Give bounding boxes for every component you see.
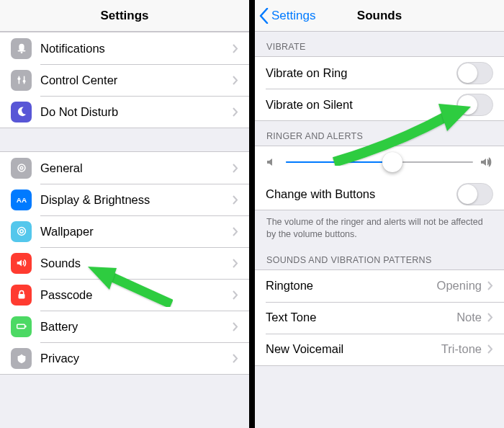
row-label: Sounds bbox=[40, 257, 233, 270]
svg-point-11 bbox=[19, 230, 23, 233]
section-header-vibrate: VIBRATE bbox=[255, 32, 504, 56]
volume-slider[interactable] bbox=[286, 152, 473, 172]
page-title: Settings bbox=[100, 9, 148, 23]
svg-text:AA: AA bbox=[16, 196, 26, 204]
chevron-right-icon bbox=[233, 44, 238, 53]
svg-rect-13 bbox=[17, 324, 24, 328]
toggle-vibrate-on-ring[interactable] bbox=[456, 62, 493, 84]
lock-icon bbox=[11, 285, 32, 306]
settings-row-notifications[interactable]: Notifications bbox=[0, 32, 249, 64]
svg-rect-12 bbox=[18, 294, 24, 298]
row-label: Display & Brightness bbox=[40, 193, 233, 207]
row-label: Wallpaper bbox=[40, 225, 233, 238]
wallpaper-icon bbox=[11, 221, 32, 242]
sounds-icon bbox=[11, 253, 32, 274]
svg-rect-14 bbox=[24, 326, 26, 328]
svg-point-4 bbox=[17, 77, 20, 80]
svg-point-2 bbox=[20, 52, 22, 54]
patterns-group: Ringtone Opening Text Tone Note New Voic… bbox=[255, 269, 504, 366]
chevron-right-icon bbox=[233, 259, 238, 268]
toggle-vibrate-on-silent[interactable] bbox=[456, 94, 493, 116]
row-volume-slider[interactable] bbox=[255, 146, 504, 178]
chevron-right-icon bbox=[233, 107, 238, 117]
svg-point-7 bbox=[18, 164, 25, 171]
vibrate-group: Vibrate on Ring Vibrate on Silent bbox=[255, 56, 504, 121]
chevron-right-icon bbox=[233, 164, 238, 173]
control-center-icon bbox=[11, 70, 32, 91]
row-change-with-buttons[interactable]: Change with Buttons bbox=[255, 178, 504, 210]
svg-point-10 bbox=[17, 228, 25, 236]
section-header-ringer: RINGER AND ALERTS bbox=[255, 121, 504, 146]
row-label: Change with Buttons bbox=[266, 187, 456, 201]
settings-row-passcode[interactable]: Passcode bbox=[0, 279, 249, 311]
speaker-low-icon bbox=[266, 156, 279, 169]
row-label: Passcode bbox=[40, 288, 233, 302]
chevron-right-icon bbox=[233, 290, 238, 300]
row-ringtone[interactable]: Ringtone Opening bbox=[255, 270, 504, 302]
chevron-right-icon bbox=[233, 227, 238, 236]
privacy-icon bbox=[11, 348, 32, 369]
row-vibrate-on-silent[interactable]: Vibrate on Silent bbox=[255, 89, 504, 120]
row-label: Text Tone bbox=[266, 311, 456, 324]
settings-row-display[interactable]: AA Display & Brightness bbox=[0, 184, 249, 215]
settings-group-2: General AA Display & Brightness Wallpape… bbox=[0, 151, 249, 375]
settings-row-wallpaper[interactable]: Wallpaper bbox=[0, 215, 249, 247]
chevron-right-icon bbox=[233, 195, 238, 205]
navbar: Settings bbox=[0, 0, 249, 32]
row-text-tone[interactable]: Text Tone Note bbox=[255, 302, 504, 334]
display-icon: AA bbox=[11, 190, 32, 210]
svg-rect-0 bbox=[19, 44, 24, 51]
row-value: Opening bbox=[437, 279, 482, 293]
back-label: Settings bbox=[271, 9, 315, 23]
chevron-right-icon bbox=[487, 281, 493, 290]
row-label: Ringtone bbox=[266, 279, 437, 293]
chevron-right-icon bbox=[233, 354, 238, 363]
row-label: Vibrate on Ring bbox=[266, 66, 456, 80]
row-label: General bbox=[40, 161, 233, 175]
row-label: Control Center bbox=[40, 73, 233, 87]
dnd-icon bbox=[11, 102, 32, 122]
row-label: New Voicemail bbox=[266, 342, 441, 356]
screens-divider bbox=[249, 0, 255, 428]
row-new-voicemail[interactable]: New Voicemail Tri-tone bbox=[255, 334, 504, 365]
back-button[interactable]: Settings bbox=[259, 0, 315, 32]
svg-rect-1 bbox=[17, 50, 25, 52]
page-title: Sounds bbox=[357, 9, 402, 23]
gear-icon bbox=[11, 158, 32, 179]
svg-point-6 bbox=[22, 80, 25, 83]
row-label: Notifications bbox=[40, 42, 233, 55]
notifications-icon bbox=[11, 38, 32, 59]
svg-point-8 bbox=[20, 166, 23, 169]
chevron-right-icon bbox=[487, 313, 493, 322]
settings-row-battery[interactable]: Battery bbox=[0, 311, 249, 342]
settings-row-sounds[interactable]: Sounds bbox=[0, 247, 249, 279]
navbar: Settings Sounds bbox=[255, 0, 504, 32]
sounds-screen: Settings Sounds VIBRATE Vibrate on Ring … bbox=[255, 0, 504, 428]
chevron-right-icon bbox=[233, 322, 238, 331]
settings-group-1: Notifications Control Center Do Not Dist… bbox=[0, 32, 249, 128]
settings-row-dnd[interactable]: Do Not Disturb bbox=[0, 96, 249, 128]
settings-root-screen: Settings Notifications Control Center Do… bbox=[0, 0, 249, 428]
settings-row-privacy[interactable]: Privacy bbox=[0, 342, 249, 374]
ringer-footer-note: The volume of the ringer and alerts will… bbox=[255, 210, 504, 251]
chevron-right-icon bbox=[487, 344, 493, 354]
speaker-high-icon bbox=[480, 156, 493, 169]
row-vibrate-on-ring[interactable]: Vibrate on Ring bbox=[255, 57, 504, 89]
row-label: Battery bbox=[40, 320, 233, 334]
row-label: Do Not Disturb bbox=[40, 105, 233, 119]
section-header-patterns: SOUNDS AND VIBRATION PATTERNS bbox=[255, 251, 504, 269]
row-label: Privacy bbox=[40, 352, 233, 365]
chevron-right-icon bbox=[233, 76, 238, 85]
ringer-group: Change with Buttons bbox=[255, 146, 504, 210]
toggle-change-with-buttons[interactable] bbox=[456, 183, 493, 205]
chevron-left-icon bbox=[259, 8, 269, 24]
settings-row-control-center[interactable]: Control Center bbox=[0, 64, 249, 96]
settings-row-general[interactable]: General bbox=[0, 152, 249, 184]
battery-icon bbox=[11, 316, 32, 337]
row-value: Tri-tone bbox=[441, 342, 482, 356]
row-value: Note bbox=[456, 311, 482, 324]
row-label: Vibrate on Silent bbox=[266, 98, 456, 112]
